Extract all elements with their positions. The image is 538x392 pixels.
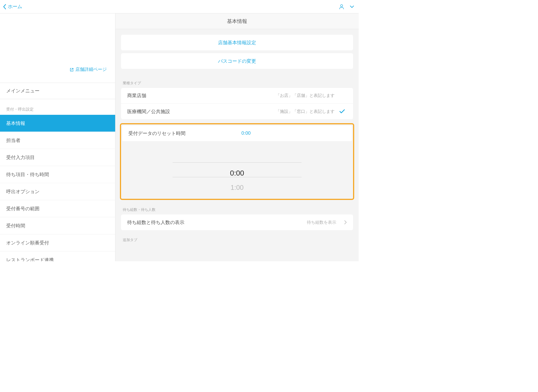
- store-basic-settings-button[interactable]: 店舗基本情報設定: [121, 35, 353, 50]
- main-menu-label: メインメニュー: [6, 88, 40, 94]
- sidebar-item-staff[interactable]: 担当者: [0, 132, 115, 149]
- main-menu-link[interactable]: メインメニュー: [0, 83, 115, 99]
- user-icon[interactable]: [338, 4, 345, 10]
- reset-time-label: 受付データのリセット時間: [128, 130, 185, 137]
- store-detail-label: 店舗詳細ページ: [75, 67, 107, 73]
- top-right-controls: [338, 4, 354, 10]
- extra-tab-section-label: 追加タブ: [115, 230, 359, 245]
- sidebar-header: 店舗詳細ページ: [0, 13, 115, 83]
- reset-time-highlight: 受付データのリセット時間 0:00 0:00 1:00 2:00: [120, 123, 354, 200]
- sidebar: 店舗詳細ページ メインメニュー 受付・呼出設定 基本情報 担当者 受付入力項目 …: [0, 13, 115, 261]
- external-link-icon: [70, 68, 74, 72]
- store-detail-link[interactable]: 店舗詳細ページ: [70, 67, 107, 73]
- sidebar-item-online-reception[interactable]: オンライン順番受付: [0, 234, 115, 251]
- business-type-label: 業種タイプ: [115, 77, 359, 88]
- sidebar-item-number-range[interactable]: 受付番号の範囲: [0, 200, 115, 217]
- wait-display-row[interactable]: 待ち組数と待ち人数の表示 待ち組数を表示: [121, 214, 353, 230]
- wait-display-card: 待ち組数と待ち人数の表示 待ち組数を表示: [121, 214, 353, 230]
- sidebar-item-basic-info[interactable]: 基本情報: [0, 115, 115, 132]
- sidebar-item-wait-items[interactable]: 待ち項目・待ち時間: [0, 166, 115, 183]
- sidebar-item-input-fields[interactable]: 受付入力項目: [0, 149, 115, 166]
- top-nav: ホーム: [0, 0, 359, 13]
- sidebar-item-call-options[interactable]: 呼出オプション: [0, 183, 115, 200]
- picker-option: 1:00: [173, 180, 302, 194]
- business-type-option-medical[interactable]: 医療機関／公共施設 「施設」「窓口」と表記します: [121, 104, 353, 119]
- picker-option-selected: 0:00: [173, 166, 302, 180]
- svg-point-0: [340, 4, 343, 7]
- business-type-option-commercial[interactable]: 商業店舗 「お店」「店舗」と表記します: [121, 88, 353, 104]
- reset-time-value: 0:00: [185, 130, 307, 136]
- back-label: ホーム: [8, 3, 22, 10]
- sidebar-item-restaurant-board[interactable]: レストランボード連携: [0, 251, 115, 261]
- sidebar-item-reception-hours[interactable]: 受付時間: [0, 217, 115, 234]
- time-picker[interactable]: 0:00 1:00 2:00: [173, 150, 302, 194]
- content-title: 基本情報: [115, 13, 359, 29]
- chevron-right-icon: [341, 220, 347, 225]
- chevron-down-icon[interactable]: [350, 5, 354, 8]
- content-area: 基本情報 店舗基本情報設定 パスコードの変更 業種タイプ 商業店舗 「お店」「店…: [115, 13, 359, 261]
- sidebar-section-label: 受付・呼出設定: [0, 99, 115, 115]
- reset-time-row[interactable]: 受付データのリセット時間 0:00: [122, 125, 352, 141]
- picker-option: [173, 157, 302, 166]
- business-type-list: 商業店舗 「お店」「店舗」と表記します 医療機関／公共施設 「施設」「窓口」と表…: [121, 88, 353, 119]
- check-icon: [339, 109, 347, 114]
- wait-section-label: 待ち組数・待ち人数: [115, 200, 359, 214]
- chevron-left-icon: [3, 4, 7, 10]
- change-passcode-button[interactable]: パスコードの変更: [121, 53, 353, 69]
- back-button[interactable]: ホーム: [3, 3, 22, 10]
